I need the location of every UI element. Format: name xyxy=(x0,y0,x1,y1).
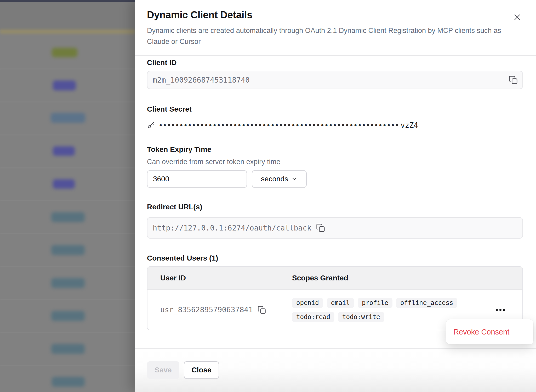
blurred-row-badge xyxy=(52,48,77,57)
blurred-row-badge xyxy=(51,344,85,354)
blurred-row-badge xyxy=(52,377,85,387)
user-id-value: usr_83562895790637841 xyxy=(160,305,253,314)
key-icon xyxy=(147,121,155,129)
blurred-row-badge xyxy=(51,113,85,123)
save-button[interactable]: Save xyxy=(147,361,179,379)
backdrop-banner-edge xyxy=(0,29,135,34)
scope-chip: offline_access xyxy=(396,298,457,308)
column-header-user-id: User ID xyxy=(147,274,292,282)
blurred-row-badge xyxy=(51,278,85,288)
page-backdrop xyxy=(0,0,135,392)
client-secret-masked: ••••••••••••••••••••••••••••••••••••••••… xyxy=(158,121,399,130)
client-secret-row: ••••••••••••••••••••••••••••••••••••••••… xyxy=(147,120,523,130)
copy-icon xyxy=(508,75,518,85)
copy-icon xyxy=(316,223,326,233)
blurred-row-divider xyxy=(0,200,135,201)
modal-description: Dynamic clients are created automaticall… xyxy=(147,25,508,47)
blurred-row-divider xyxy=(0,299,135,300)
close-footer-button[interactable]: Close xyxy=(184,361,219,379)
blurred-row-divider xyxy=(0,102,135,102)
copy-redirect-url-button[interactable] xyxy=(316,223,326,233)
blurred-row-divider xyxy=(0,135,135,135)
token-expiry-row: 3600 seconds xyxy=(147,170,523,188)
modal-header: Dynamic Client Details Dynamic clients a… xyxy=(135,0,536,56)
scope-chip: profile xyxy=(358,298,392,308)
column-header-scopes: Scopes Granted xyxy=(292,274,522,282)
blurred-row-divider xyxy=(0,233,135,234)
blurred-row-divider xyxy=(0,168,135,168)
token-expiry-label: Token Expiry Time xyxy=(147,145,523,154)
table-header: User ID Scopes Granted xyxy=(147,267,522,290)
blurred-row-badge xyxy=(51,245,85,255)
scope-chip: todo:write xyxy=(338,312,384,322)
copy-client-id-button[interactable] xyxy=(508,75,518,85)
row-actions-menu-button[interactable] xyxy=(494,307,507,313)
client-id-field: m2m_100926687453118740 xyxy=(147,71,523,89)
token-expiry-value: 3600 xyxy=(153,175,169,183)
blurred-row-badge xyxy=(53,80,76,90)
scope-chip: openid xyxy=(292,298,323,308)
chevron-down-icon xyxy=(291,176,298,182)
token-expiry-input[interactable]: 3600 xyxy=(147,170,247,188)
token-expiry-help: Can override from server token expiry ti… xyxy=(147,158,523,166)
blurred-row-badge xyxy=(53,146,75,156)
redirect-url-value: http://127.0.0.1:6274/oauth/callback xyxy=(153,224,311,232)
user-id-cell: usr_83562895790637841 xyxy=(147,305,292,315)
modal-title: Dynamic Client Details xyxy=(147,9,523,21)
modal-content: Client ID m2m_100926687453118740 Client … xyxy=(135,56,536,330)
blurred-row-badge xyxy=(51,311,85,321)
blurred-row-divider xyxy=(0,69,135,69)
client-secret-label: Client Secret xyxy=(147,105,523,114)
backdrop-topbar xyxy=(0,0,135,2)
close-button[interactable] xyxy=(511,11,523,23)
scope-chip: email xyxy=(327,298,354,308)
revoke-consent-menu-item[interactable]: Revoke Consent xyxy=(453,328,509,336)
client-id-label: Client ID xyxy=(147,58,523,67)
copy-user-id-button[interactable] xyxy=(257,305,266,315)
ellipsis-icon xyxy=(496,309,498,311)
modal-footer: Save Close xyxy=(135,348,536,392)
blurred-row-divider xyxy=(0,332,135,333)
scope-chip: todo:read xyxy=(292,312,334,322)
backdrop-header-area xyxy=(0,2,135,30)
blurred-row-divider xyxy=(0,266,135,267)
blurred-row-divider xyxy=(0,365,135,366)
close-icon xyxy=(513,13,521,21)
blurred-row-badge xyxy=(53,179,75,189)
redirect-urls-label: Redirect URL(s) xyxy=(147,203,523,211)
screen: Dynamic Client Details Dynamic clients a… xyxy=(0,0,536,392)
consented-users-label: Consented Users (1) xyxy=(147,254,523,263)
token-expiry-unit-select[interactable]: seconds xyxy=(252,170,307,188)
copy-icon xyxy=(257,305,266,315)
client-id-value: m2m_100926687453118740 xyxy=(153,76,250,84)
redirect-url-field: http://127.0.0.1:6274/oauth/callback xyxy=(147,217,523,239)
blurred-row-badge xyxy=(51,212,85,222)
token-expiry-unit-value: seconds xyxy=(261,175,288,183)
row-actions-menu: Revoke Consent xyxy=(446,319,533,344)
client-secret-suffix: vzZ4 xyxy=(401,121,418,130)
